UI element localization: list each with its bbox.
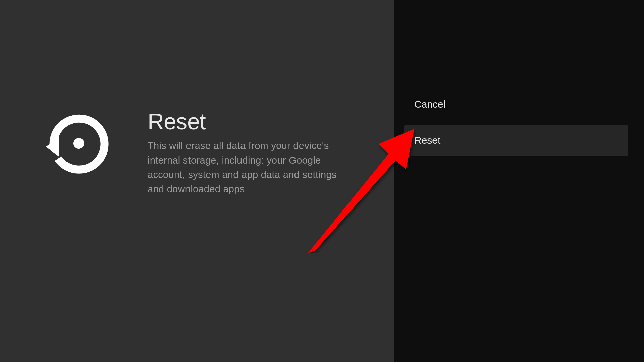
page-description: This will erase all data from your devic… — [148, 139, 345, 196]
cancel-button[interactable]: Cancel — [404, 89, 628, 120]
page-title: Reset — [148, 110, 345, 133]
reset-label: Reset — [414, 135, 440, 146]
cancel-label: Cancel — [414, 99, 445, 110]
info-panel: Reset This will erase all data from your… — [0, 0, 394, 362]
svg-point-0 — [73, 138, 84, 149]
reset-icon — [40, 113, 117, 174]
reset-button[interactable]: Reset — [404, 125, 628, 156]
options-panel: Cancel Reset — [394, 0, 644, 362]
